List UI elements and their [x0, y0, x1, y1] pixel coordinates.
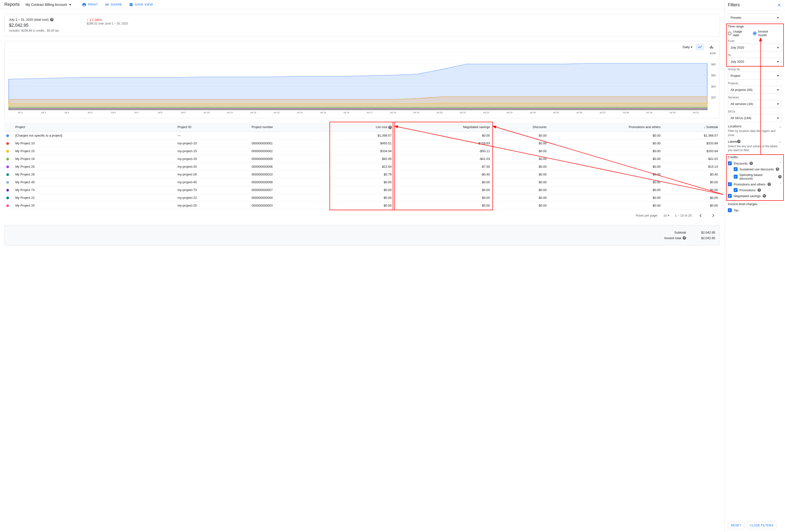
help-icon[interactable]: ?	[758, 188, 761, 192]
cell-list-cost: $1,368.57	[330, 132, 394, 139]
table-row[interactable]: My Project 22 my-project-22 000000000004…	[4, 194, 720, 202]
discounts-checkbox[interactable]: ✓ Discounts ? ˄	[728, 160, 782, 166]
help-icon[interactable]: ?	[778, 175, 782, 178]
help-icon[interactable]: ?	[767, 183, 771, 186]
table-row[interactable]: My Project 20 my-project-20 000000000006…	[4, 163, 720, 170]
cell-list-cost: $82.05	[330, 155, 394, 163]
col-project-number[interactable]: Project number	[250, 123, 330, 132]
labels-section[interactable]: Labels ? ⌄	[728, 140, 782, 143]
reset-button[interactable]: RESET	[728, 522, 744, 529]
col-discounts[interactable]: Discounts	[492, 123, 549, 132]
caret-down-icon: ▾	[68, 2, 72, 7]
to-select[interactable]: July 2020▾	[728, 58, 782, 65]
checkbox-checked-icon: ✓	[734, 188, 738, 192]
cell-subtotal: $0.00	[662, 202, 720, 209]
group-by-select[interactable]: Project▾	[728, 72, 782, 80]
table-row[interactable]: My Project 25 my-project-25 000000000003…	[4, 202, 720, 209]
billing-account-selector[interactable]: My Contract Billing Account ▾	[26, 2, 72, 7]
cell-subtotal: $283.94	[662, 147, 720, 155]
sustained-use-checkbox[interactable]: ✓Sustained use discounts ?	[728, 166, 782, 172]
line-chart-toggle[interactable]	[696, 44, 704, 50]
cell-discounts: $0.00	[492, 132, 549, 139]
print-button[interactable]: PRINT	[82, 2, 98, 7]
cell-project-number: 000000000001	[250, 139, 330, 147]
negotiated-savings-checkbox[interactable]: ✓ Negotiated savings ?	[728, 193, 782, 199]
usage-date-radio[interactable]: Usage date	[728, 30, 749, 37]
col-promotions[interactable]: Promotions and others	[549, 123, 663, 132]
cell-list-cost: $0.00	[330, 186, 394, 194]
bar-chart-toggle[interactable]	[707, 44, 716, 50]
tax-checkbox[interactable]: ✓Tax	[728, 207, 782, 213]
col-subtotal[interactable]: ↓Subtotal	[662, 123, 720, 132]
locations-sub: Filter by location data like region and …	[728, 129, 782, 137]
cell-project: [Charges not specific to a project]	[14, 132, 176, 139]
table-row[interactable]: My Project 19 my-project-19 000000000009…	[4, 155, 720, 163]
cell-project-number: 000000000002	[250, 147, 330, 155]
col-project-id[interactable]: Project ID	[176, 123, 250, 132]
table-row[interactable]: My Project 15 my-project-15 000000000002…	[4, 147, 720, 155]
col-list-cost[interactable]: List cost ?	[330, 123, 394, 132]
services-select[interactable]: All services (16)▾	[728, 100, 782, 108]
rows-per-page-select[interactable]: 10 ▾	[663, 214, 669, 217]
sort-desc-icon: ↓	[704, 125, 706, 129]
cell-promotions: $0.00	[549, 163, 663, 170]
invoice-month-radio[interactable]: Invoice month	[753, 30, 778, 37]
cell-discounts: $0.00	[492, 186, 549, 194]
caret-down-icon: ▾	[668, 214, 669, 217]
cell-negotiated-savings: $0.00	[394, 186, 492, 194]
cell-discounts: $0.00	[492, 139, 549, 147]
help-icon[interactable]: ?	[737, 140, 740, 143]
col-project[interactable]: Project	[14, 123, 176, 132]
table-row[interactable]: [Charges not specific to a project] — $1…	[4, 132, 720, 139]
table-row[interactable]: My Project 73 my-project-73 000000000007…	[4, 186, 720, 194]
checkbox-checked-icon: ✓	[734, 175, 738, 179]
checkbox-checked-icon: ✓	[728, 182, 732, 186]
help-icon[interactable]: ?	[750, 162, 753, 165]
help-icon[interactable]: ?	[50, 18, 53, 21]
cell-discounts: $0.00	[492, 178, 549, 186]
table-row[interactable]: My Project 45 my-project-45 000000000008…	[4, 178, 720, 186]
cell-promotions: $0.00	[549, 194, 663, 202]
caret-down-icon: ▾	[777, 74, 779, 78]
caret-down-icon: ▾	[777, 88, 779, 91]
share-button[interactable]: SHARE	[105, 2, 122, 7]
spending-based-checkbox[interactable]: ✓Spending based discounts ?	[728, 172, 782, 181]
next-page-button[interactable]	[710, 212, 717, 219]
cell-project-number: 000000000007	[250, 186, 330, 194]
from-select[interactable]: July 2020▾	[728, 44, 782, 52]
group-by-label: Group by	[728, 68, 782, 71]
help-icon[interactable]: ?	[388, 126, 392, 129]
cell-subtotal: $333.88	[662, 139, 720, 147]
prev-page-button[interactable]	[697, 212, 704, 219]
help-icon[interactable]: ?	[776, 167, 779, 171]
locations-section[interactable]: Locations ⌄	[728, 125, 782, 128]
checkbox-checked-icon: ✓	[728, 194, 732, 198]
cell-negotiated-savings: $0.00	[394, 132, 492, 139]
skus-select[interactable]: All SKUs (194)▾	[728, 114, 782, 122]
labels-sub: Select the key and values of the labels …	[728, 144, 782, 153]
cell-project-id: —	[176, 132, 250, 139]
help-icon[interactable]: ?	[763, 194, 766, 197]
projects-select[interactable]: All projects (40)▾	[728, 86, 782, 94]
save-view-button[interactable]: SAVE VIEW	[129, 2, 153, 7]
col-negotiated-savings[interactable]: Negotiated savings	[394, 123, 492, 132]
summary-pct-sub: $298.02 over June 1 – 30, 2020	[87, 22, 150, 25]
chevron-down-icon: ⌄	[779, 125, 782, 128]
pager: Rows per page: 10 ▾ 1 – 10 of 20	[4, 210, 720, 222]
promotions-checkbox[interactable]: ✓Promotions ?	[728, 187, 782, 193]
cell-list-cost: $493.51	[330, 139, 394, 147]
arrow-up-icon: ↑	[87, 18, 89, 22]
close-filters-button[interactable]: CLOSE FILTERS	[747, 522, 777, 529]
cell-project-number: 000000000004	[250, 194, 330, 202]
table-row[interactable]: My Project 26 my-project-26 000000000010…	[4, 170, 720, 178]
granularity-selector[interactable]: Daily ▾	[683, 45, 692, 49]
svg-rect-4	[710, 47, 711, 48]
cell-project-id: my-project-10	[176, 139, 250, 147]
help-icon[interactable]: ?	[683, 236, 686, 240]
cell-project: My Project 20	[14, 163, 176, 170]
cell-project: My Project 45	[14, 178, 176, 186]
presets-select[interactable]: Presets ▾	[728, 14, 782, 22]
table-row[interactable]: My Project 10 my-project-10 000000000001…	[4, 139, 720, 147]
promotions-others-checkbox[interactable]: ✓ Promotions and others ? ˄	[728, 181, 782, 187]
close-filters-button[interactable]	[777, 3, 782, 7]
